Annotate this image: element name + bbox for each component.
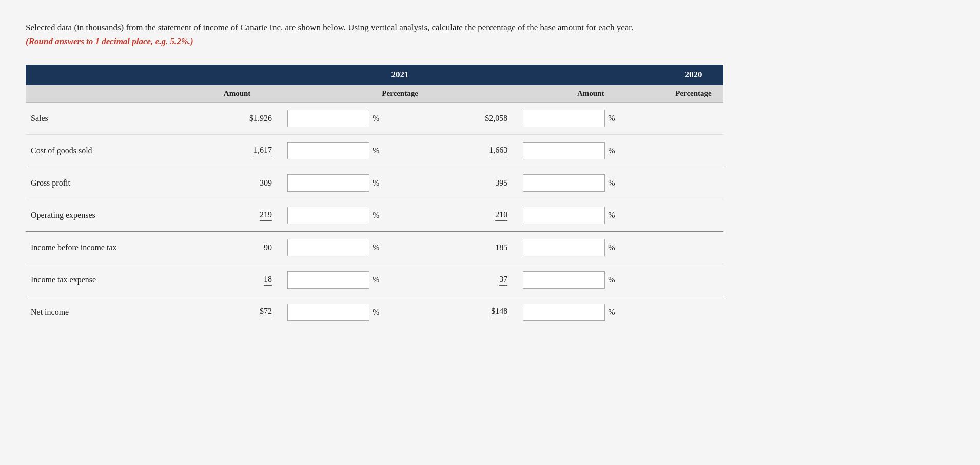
percent-symbol-2020: %	[608, 178, 615, 188]
amount-2020: 210	[428, 199, 518, 232]
table-row: Cost of goods sold1,617%1,663%	[26, 135, 723, 167]
percentage-2020-input[interactable]	[523, 239, 605, 256]
amount-2021: 1,617	[192, 135, 282, 167]
percentage-2021-cell: %	[282, 167, 428, 199]
percent-symbol-2020: %	[608, 275, 615, 285]
description-main: Selected data (in thousands) from the st…	[26, 23, 633, 32]
header-empty	[26, 65, 192, 85]
percent-symbol-2020: %	[608, 114, 615, 123]
amount-2021: 18	[192, 264, 282, 296]
amount-2020: 1,663	[428, 135, 518, 167]
subheader-row: Amount Percentage Amount Percentage	[26, 85, 723, 103]
percent-symbol-2021: %	[373, 275, 379, 285]
row-label: Income tax expense	[26, 264, 192, 296]
percentage-2020-input[interactable]	[523, 207, 605, 224]
row-label: Cost of goods sold	[26, 135, 192, 167]
percentage-2021-input[interactable]	[287, 239, 369, 256]
percentage-2020-cell: %	[518, 264, 663, 296]
header-empty-3	[518, 65, 663, 85]
description-text: Selected data (in thousands) from the st…	[26, 21, 641, 48]
year-2021-header: 2021	[282, 65, 518, 85]
year-header-row: 2021 2020	[26, 65, 723, 85]
percentage-2021-input[interactable]	[287, 142, 369, 159]
percentage-2021-cell: %	[282, 135, 428, 167]
percentage-2020-cell: %	[518, 232, 663, 264]
percent-symbol-2020: %	[608, 308, 615, 317]
table-wrapper: 2021 2020 Amount Percentage Amount Perce…	[26, 65, 723, 328]
subheader-percentage-2021: Percentage	[282, 85, 518, 103]
amount-2021: $72	[192, 296, 282, 329]
percent-symbol-2021: %	[373, 146, 379, 155]
percent-symbol-2020: %	[608, 211, 615, 220]
subheader-amount-2021: Amount	[192, 85, 282, 103]
amount-2020: 395	[428, 167, 518, 199]
percent-symbol-2021: %	[373, 178, 379, 188]
percentage-2020-cell: %	[518, 103, 663, 135]
percentage-2021-cell: %	[282, 199, 428, 232]
percent-symbol-2021: %	[373, 308, 379, 317]
percentage-2021-cell: %	[282, 296, 428, 329]
table-row: Operating expenses219%210%	[26, 199, 723, 232]
percentage-2020-cell: %	[518, 296, 663, 329]
percent-symbol-2020: %	[608, 146, 615, 155]
percentage-2020-input[interactable]	[523, 304, 605, 321]
description-highlight: (Round answers to 1 decimal place, e.g. …	[26, 36, 193, 46]
percent-symbol-2020: %	[608, 243, 615, 252]
table-row: Gross profit309%395%	[26, 167, 723, 199]
subheader-amount-2020: Amount	[518, 85, 663, 103]
percentage-2020-cell: %	[518, 167, 663, 199]
row-label: Sales	[26, 103, 192, 135]
percentage-2020-cell: %	[518, 199, 663, 232]
amount-2021: 219	[192, 199, 282, 232]
amount-2020: 185	[428, 232, 518, 264]
row-label: Gross profit	[26, 167, 192, 199]
table-row: Net income$72%$148%	[26, 296, 723, 329]
row-label: Net income	[26, 296, 192, 329]
percentage-2021-input[interactable]	[287, 207, 369, 224]
vertical-analysis-table: 2021 2020 Amount Percentage Amount Perce…	[26, 65, 723, 328]
percentage-2021-cell: %	[282, 232, 428, 264]
percentage-2021-input[interactable]	[287, 174, 369, 192]
percent-symbol-2021: %	[373, 243, 379, 252]
percent-symbol-2021: %	[373, 114, 379, 123]
amount-2021: 90	[192, 232, 282, 264]
percentage-2020-input[interactable]	[523, 142, 605, 159]
percentage-2020-input[interactable]	[523, 110, 605, 127]
table-row: Income tax expense18%37%	[26, 264, 723, 296]
amount-2020: $2,058	[428, 103, 518, 135]
table-row: Sales$1,926%$2,058%	[26, 103, 723, 135]
percentage-2020-input[interactable]	[523, 271, 605, 289]
percentage-2021-cell: %	[282, 264, 428, 296]
header-empty-2	[192, 65, 282, 85]
row-label: Income before income tax	[26, 232, 192, 264]
percent-symbol-2021: %	[373, 211, 379, 220]
percentage-2021-input[interactable]	[287, 110, 369, 127]
subheader-percentage-2020: Percentage	[663, 85, 723, 103]
amount-2020: 37	[428, 264, 518, 296]
table-row: Income before income tax90%185%	[26, 232, 723, 264]
year-2020-header: 2020	[663, 65, 723, 85]
amount-2020: $148	[428, 296, 518, 329]
percentage-2020-cell: %	[518, 135, 663, 167]
percentage-2021-input[interactable]	[287, 304, 369, 321]
percentage-2021-input[interactable]	[287, 271, 369, 289]
amount-2021: 309	[192, 167, 282, 199]
percentage-2020-input[interactable]	[523, 174, 605, 192]
subheader-label-empty	[26, 85, 192, 103]
percentage-2021-cell: %	[282, 103, 428, 135]
row-label: Operating expenses	[26, 199, 192, 232]
amount-2021: $1,926	[192, 103, 282, 135]
